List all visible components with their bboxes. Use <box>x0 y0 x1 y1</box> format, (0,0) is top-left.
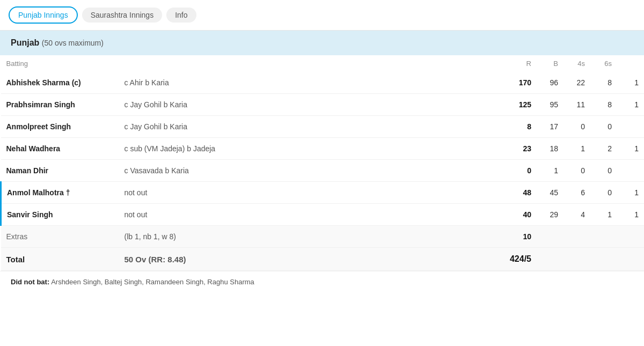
col-dismissal <box>119 55 504 72</box>
fours: 0 <box>564 116 590 138</box>
balls: 95 <box>537 94 564 116</box>
table-row: Anmolpreet Singh c Jay Gohil b Karia 8 1… <box>1 116 645 138</box>
tabs-bar: Punjab Innings Saurashtra Innings Info <box>0 0 644 31</box>
table-row: Sanvir Singh not out 40 29 4 1 1 <box>1 204 645 226</box>
sixes: 8 <box>590 94 617 116</box>
sixes: 8 <box>590 72 617 94</box>
dismissal: not out <box>119 204 504 226</box>
runs: 40 <box>504 204 537 226</box>
player-name: Naman Dhir <box>1 160 119 182</box>
player-name: Anmol Malhotra † <box>1 182 119 204</box>
dismissal: c Ahir b Karia <box>119 72 504 94</box>
balls: 17 <box>537 116 564 138</box>
did-not-bat: Did not bat: Arshdeen Singh, Baltej Sing… <box>0 271 644 292</box>
dnb-label: Did not bat: <box>11 278 49 286</box>
extras-row: Extras (lb 1, nb 1, w 8) 10 <box>1 226 645 248</box>
sixes: 0 <box>590 182 617 204</box>
tab-saurashtra-innings[interactable]: Saurashtra Innings <box>82 8 163 23</box>
sixes: 0 <box>590 160 617 182</box>
total-row: Total 50 Ov (RR: 8.48) 424/5 <box>1 248 645 271</box>
player-name: Prabhsimran Singh <box>1 94 119 116</box>
total-runs: 424/5 <box>504 248 537 271</box>
dismissal: c Jay Gohil b Karia <box>119 94 504 116</box>
team-name: Punjab <box>11 38 39 47</box>
runs: 170 <box>504 72 537 94</box>
dismissal: not out <box>119 182 504 204</box>
balls: 45 <box>537 182 564 204</box>
extras-detail: (lb 1, nb 1, w 8) <box>119 226 504 248</box>
sr <box>617 116 644 138</box>
fours: 0 <box>564 160 590 182</box>
col-6s: 6s <box>590 55 617 72</box>
table-row: Naman Dhir c Vasavada b Karia 0 1 0 0 <box>1 160 645 182</box>
scorecard: Punjab (50 ovs maximum) Batting R B 4s 6… <box>0 31 644 301</box>
balls: 18 <box>537 138 564 160</box>
total-detail: 50 Ov (RR: 8.48) <box>119 248 504 271</box>
extras-runs: 10 <box>504 226 537 248</box>
fours: 11 <box>564 94 590 116</box>
player-name: Anmolpreet Singh <box>1 116 119 138</box>
sr <box>617 160 644 182</box>
balls: 96 <box>537 72 564 94</box>
sr: 1 <box>617 138 644 160</box>
total-label: Total <box>1 248 119 271</box>
extras-label: Extras <box>1 226 119 248</box>
runs: 23 <box>504 138 537 160</box>
sr: 1 <box>617 182 644 204</box>
dismissal: c Vasavada b Karia <box>119 160 504 182</box>
batting-table: Batting R B 4s 6s Abhishek Sharma (c) c … <box>0 55 644 271</box>
col-r: R <box>504 55 537 72</box>
balls: 29 <box>537 204 564 226</box>
fours: 1 <box>564 138 590 160</box>
runs: 125 <box>504 94 537 116</box>
sr: 1 <box>617 204 644 226</box>
col-4s: 4s <box>564 55 590 72</box>
sixes: 2 <box>590 138 617 160</box>
team-subtitle: (50 ovs maximum) <box>42 39 104 47</box>
table-row: Prabhsimran Singh c Jay Gohil b Karia 12… <box>1 94 645 116</box>
player-name: Sanvir Singh <box>1 204 119 226</box>
runs: 0 <box>504 160 537 182</box>
dnb-players: Arshdeen Singh, Baltej Singh, Ramandeen … <box>51 278 254 286</box>
sr: 1 <box>617 94 644 116</box>
tab-info[interactable]: Info <box>166 8 196 23</box>
fours: 4 <box>564 204 590 226</box>
table-row: Anmol Malhotra † not out 48 45 6 0 1 <box>1 182 645 204</box>
tab-punjab-innings[interactable]: Punjab Innings <box>9 6 78 24</box>
player-name: Nehal Wadhera <box>1 138 119 160</box>
sixes: 1 <box>590 204 617 226</box>
table-row: Nehal Wadhera c sub (VM Jadeja) b Jadeja… <box>1 138 645 160</box>
col-b: B <box>537 55 564 72</box>
fours: 6 <box>564 182 590 204</box>
runs: 48 <box>504 182 537 204</box>
table-row: Abhishek Sharma (c) c Ahir b Karia 170 9… <box>1 72 645 94</box>
runs: 8 <box>504 116 537 138</box>
balls: 1 <box>537 160 564 182</box>
dismissal: c sub (VM Jadeja) b Jadeja <box>119 138 504 160</box>
col-sr <box>617 55 644 72</box>
dismissal: c Jay Gohil b Karia <box>119 116 504 138</box>
team-header: Punjab (50 ovs maximum) <box>0 31 644 55</box>
fours: 22 <box>564 72 590 94</box>
sr: 1 <box>617 72 644 94</box>
sixes: 0 <box>590 116 617 138</box>
col-batting: Batting <box>1 55 119 72</box>
player-name: Abhishek Sharma (c) <box>1 72 119 94</box>
